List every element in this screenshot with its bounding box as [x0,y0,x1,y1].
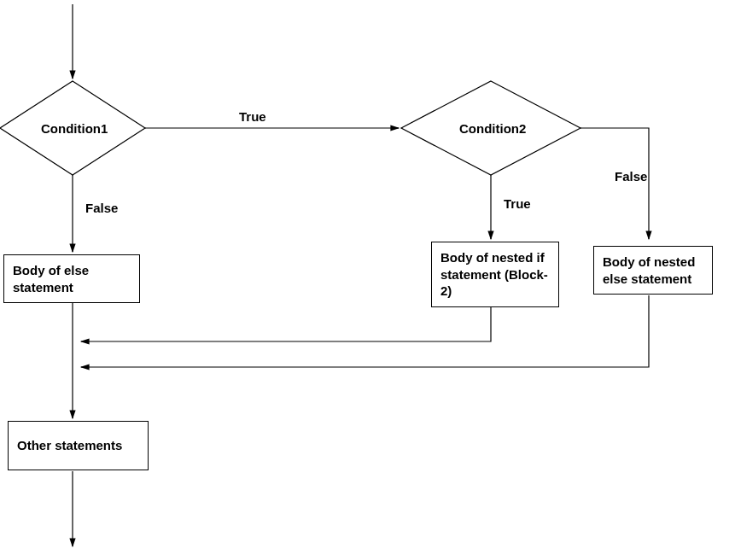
condition2-label: Condition2 [459,121,526,137]
edge-c2-false-label: False [615,169,647,185]
else-body-box: Body of else statement [3,254,140,303]
other-statements-box: Other statements [8,421,149,470]
nested-if-body-box: Body of nested if statement (Block-2) [431,242,559,307]
edge-c2-true-label: True [504,196,531,213]
edge-c1-false-label: False [85,201,118,217]
edge-c1-true-label: True [239,109,266,125]
nested-else-body-box: Body of nested else statement [593,246,713,295]
condition1-label: Condition1 [41,121,108,137]
